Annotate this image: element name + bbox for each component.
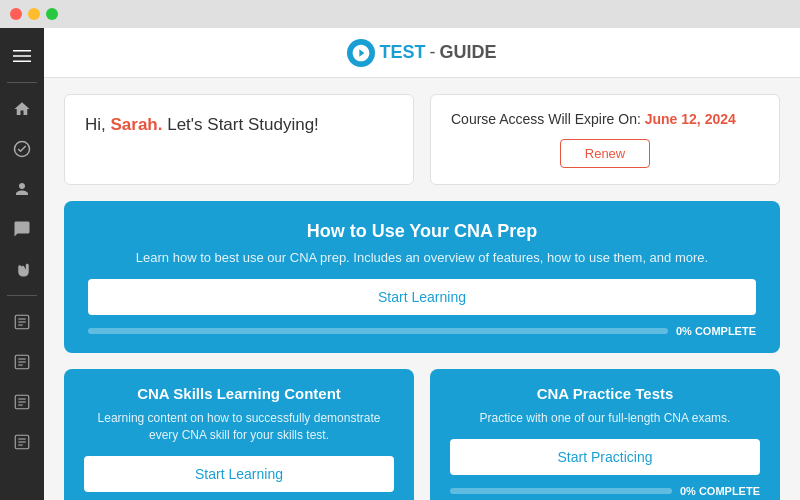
progress-label: 0% COMPLETE [676, 325, 756, 337]
title-bar [0, 0, 800, 28]
main-content-area: TEST - GUIDE Hi, Sarah. Let's Start Stud… [44, 28, 800, 500]
start-learning-skills-button[interactable]: Start Learning [84, 456, 394, 492]
sidebar-list3-icon[interactable] [4, 384, 40, 420]
app-container: TEST - GUIDE Hi, Sarah. Let's Start Stud… [0, 28, 800, 500]
skills-card: CNA Skills Learning Content Learning con… [64, 369, 414, 500]
expiry-text: Course Access Will Expire On: June 12, 2… [451, 111, 759, 127]
sidebar-chat-icon[interactable] [4, 211, 40, 247]
logo-icon [347, 39, 375, 67]
how-to-use-progress-row: 0% COMPLETE [88, 325, 756, 337]
how-to-use-title: How to Use Your CNA Prep [88, 221, 756, 242]
expiry-label: Course Access Will Expire On: [451, 111, 645, 127]
svg-rect-2 [13, 61, 31, 63]
sidebar-list2-icon[interactable] [4, 344, 40, 380]
how-to-use-section: How to Use Your CNA Prep Learn how to be… [64, 201, 780, 353]
practice-card-description: Practice with one of our full-length CNA… [450, 410, 760, 427]
welcome-card: Hi, Sarah. Let's Start Studying! [64, 94, 414, 185]
practice-progress-row: 0% COMPLETE [450, 485, 760, 497]
how-to-use-description: Learn how to best use our CNA prep. Incl… [88, 250, 756, 265]
logo: TEST - GUIDE [347, 39, 496, 67]
logo-test: TEST [379, 42, 425, 63]
progress-track [88, 328, 668, 334]
welcome-greeting: Hi, [85, 115, 111, 134]
start-practicing-button[interactable]: Start Practicing [450, 439, 760, 475]
practice-card-title: CNA Practice Tests [450, 385, 760, 402]
minimize-dot[interactable] [28, 8, 40, 20]
svg-rect-0 [13, 50, 31, 52]
expiry-date: June 12, 2024 [645, 111, 736, 127]
sidebar-menu-icon[interactable] [4, 38, 40, 74]
sidebar [0, 28, 44, 500]
practice-card: CNA Practice Tests Practice with one of … [430, 369, 780, 500]
sidebar-home-icon[interactable] [4, 91, 40, 127]
sidebar-check-icon[interactable] [4, 131, 40, 167]
logo-dash: - [430, 42, 436, 63]
start-learning-button[interactable]: Start Learning [88, 279, 756, 315]
skills-card-title: CNA Skills Learning Content [84, 385, 394, 402]
svg-rect-1 [13, 55, 31, 57]
main-content: Hi, Sarah. Let's Start Studying! Course … [44, 78, 800, 500]
sidebar-user-icon[interactable] [4, 171, 40, 207]
top-nav: TEST - GUIDE [44, 28, 800, 78]
renew-button[interactable]: Renew [560, 139, 650, 168]
close-dot[interactable] [10, 8, 22, 20]
sidebar-divider-2 [7, 295, 37, 296]
sidebar-hand-icon[interactable] [4, 251, 40, 287]
sidebar-list4-icon[interactable] [4, 424, 40, 460]
practice-progress-label: 0% COMPLETE [680, 485, 760, 497]
bottom-cards-row: CNA Skills Learning Content Learning con… [64, 369, 780, 500]
top-cards-row: Hi, Sarah. Let's Start Studying! Course … [64, 94, 780, 185]
welcome-name: Sarah. [111, 115, 163, 134]
sidebar-divider-1 [7, 82, 37, 83]
logo-guide: GUIDE [440, 42, 497, 63]
practice-progress-track [450, 488, 672, 494]
expiry-card: Course Access Will Expire On: June 12, 2… [430, 94, 780, 185]
sidebar-list1-icon[interactable] [4, 304, 40, 340]
welcome-message: Let's Start Studying! [162, 115, 318, 134]
maximize-dot[interactable] [46, 8, 58, 20]
skills-card-description: Learning content on how to successfully … [84, 410, 394, 444]
